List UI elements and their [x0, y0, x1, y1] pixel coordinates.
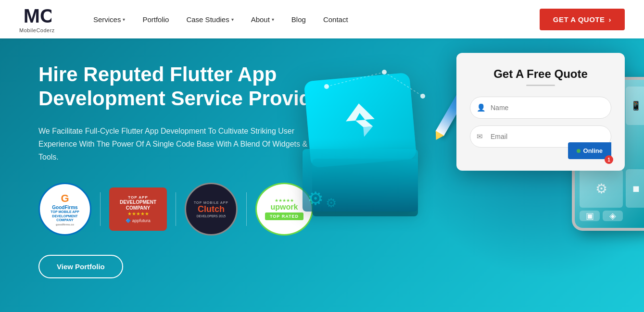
- logo-area[interactable]: MC MobileCoderz: [19, 6, 55, 33]
- logo-icon: MC: [23, 6, 51, 27]
- phone-cell-5: ⚙: [580, 169, 623, 208]
- services-dropdown-icon: ▾: [123, 17, 125, 22]
- online-label: Online: [583, 147, 603, 154]
- gear-icon-2: ⚙: [326, 196, 337, 211]
- nav-links: Services ▾ Portfolio Case Studies ▾ Abou…: [93, 15, 540, 24]
- flutter-logo: [334, 94, 386, 146]
- svg-point-6: [420, 94, 425, 99]
- quote-form: Get A Free Quote 👤 ✉ Online 1: [456, 53, 625, 171]
- nav-blog[interactable]: Blog: [291, 15, 306, 24]
- badge-divider-3: [246, 192, 247, 226]
- nav-services[interactable]: Services ▾: [93, 15, 126, 24]
- email-icon: ✉: [477, 132, 483, 141]
- phone-cell-2: 📱: [626, 87, 644, 125]
- phone-cell-8: ◈: [603, 211, 623, 221]
- nav-portfolio[interactable]: Portfolio: [142, 15, 169, 24]
- gear-icon-1: ⚙: [307, 188, 324, 209]
- platform-layer-1: ⚙ ⚙: [303, 149, 418, 212]
- online-dot: [577, 149, 581, 153]
- name-field-wrap: 👤: [470, 97, 611, 119]
- hero-section: Hire Reputed Flutter App Development Ser…: [0, 38, 644, 312]
- logo-text: MobileCoderz: [19, 27, 55, 33]
- badge-divider-2: [176, 192, 176, 226]
- name-input[interactable]: [470, 97, 611, 119]
- goodfirms-badge: G GoodFirms TOP MOBILE APPDEVELOPMENTCOM…: [38, 183, 91, 236]
- quote-form-title: Get A Free Quote: [470, 67, 611, 81]
- nav-case-studies[interactable]: Case Studies ▾: [186, 15, 233, 24]
- get-quote-button[interactable]: GET A QUOTE ›: [540, 9, 625, 30]
- svg-marker-2: [355, 119, 373, 128]
- nav-contact[interactable]: Contact: [323, 15, 348, 24]
- cta-arrow-icon: ›: [609, 15, 612, 24]
- svg-marker-3: [363, 126, 374, 137]
- notification-count: 1: [605, 155, 613, 164]
- user-icon: 👤: [477, 103, 486, 112]
- case-studies-dropdown-icon: ▾: [231, 17, 234, 22]
- phone-cell-7: ▣: [580, 211, 600, 221]
- navbar: MC MobileCoderz Services ▾ Portfolio Cas…: [0, 0, 644, 38]
- nav-about[interactable]: About ▾: [251, 15, 274, 24]
- quote-form-divider: [526, 85, 555, 86]
- hero-subtitle: We Facilitate Full-Cycle Flutter App Dev…: [38, 125, 317, 164]
- clutch-badge: TOP MOBILE APP Clutch DEVELOPERS 2015: [185, 183, 238, 236]
- svg-text:MC: MC: [24, 6, 51, 27]
- appfutura-badge: TOP APP DEVELOPMENTCOMPANY ★★★★★ 🔷 appfu…: [109, 187, 167, 231]
- svg-point-4: [382, 70, 387, 75]
- phone-cell-6: ◼: [626, 169, 644, 208]
- view-portfolio-button[interactable]: View Portfolio: [38, 255, 123, 278]
- badge-divider-1: [100, 192, 101, 226]
- about-dropdown-icon: ▾: [272, 17, 274, 22]
- svg-marker-1: [344, 102, 375, 122]
- online-status-badge: Online: [568, 142, 611, 159]
